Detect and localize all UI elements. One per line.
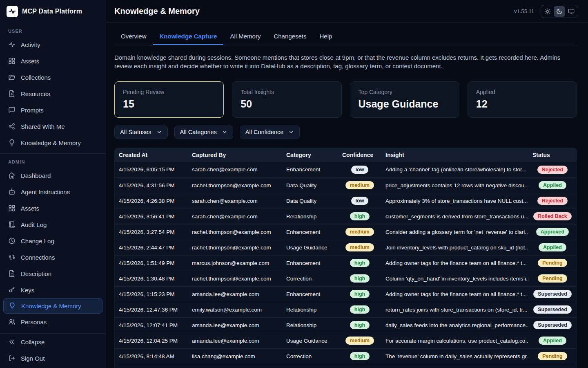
stat-card-total-insights[interactable]: Total Insights 50 [232,81,341,118]
cell-category: Usage Guidance [282,245,338,251]
sidebar-item-connections[interactable]: Connections [0,249,106,265]
cell-captured-by: amanda.lee@example.com [188,338,282,344]
cell-category: Relationship [282,322,338,328]
tab-all-memory[interactable]: All Memory [223,29,267,45]
stat-card-top-category[interactable]: Top Category Usage Guidance [350,81,459,118]
cell-insight: For accurate margin calculations, use pr… [381,338,528,344]
stat-label: Top Category [359,89,451,95]
column-header-category: Category [282,152,338,158]
table-row[interactable]: 4/15/2026, 12:07:41 PM amanda.lee@exampl… [115,317,577,333]
sidebar-item-knowledge-memory[interactable]: Knowledge & Memory [3,298,102,314]
confidence-badge: high [350,321,370,329]
confidence-badge: low [351,166,369,174]
scroll-icon [8,221,16,228]
filter-all-categories[interactable]: All Categories [174,126,233,139]
sidebar-item-collections[interactable]: Collections [0,69,106,85]
table-row[interactable]: 4/15/2026, 6:05:15 PM sarah.chen@example… [115,162,577,177]
stat-value: 12 [476,98,568,110]
status-badge: Applied [539,181,566,189]
sidebar-item-assets[interactable]: Assets [0,53,106,69]
table-row[interactable]: 4/15/2026, 4:31:56 PM rachel.thompson@ex… [115,177,577,193]
tab-changesets[interactable]: Changesets [267,29,313,45]
cell-captured-by: amanda.lee@example.com [188,322,282,328]
cell-insight: return_rates joins with store_transactio… [381,307,528,313]
sidebar-item-sign-out[interactable]: Sign Out [0,350,106,366]
sidebar-item-collapse[interactable]: Collapse [0,334,106,350]
confidence-badge: high [350,352,370,360]
cell-captured-by: rachel.thompson@example.com [188,229,282,235]
filter-all-confidence[interactable]: All Confidence [240,126,300,139]
column-header-created-at: Created At [115,152,188,158]
theme-dark-button[interactable] [554,6,565,17]
cell-insight: Adding a 'channel' tag (online/in-store/… [381,166,528,173]
cell-created-at: 4/15/2026, 12:04:25 PM [115,338,188,344]
confidence-badge: high [350,274,370,283]
tab-knowledge-capture[interactable]: Knowledge Capture [153,29,224,45]
cell-captured-by: sarah.chen@example.com [188,198,282,204]
table-row[interactable]: 4/15/2026, 3:56:41 PM sarah.chen@example… [115,209,577,224]
brand-name: MCP Data Platform [22,8,82,15]
sidebar-item-assets[interactable]: Assets [0,200,106,216]
filter-all-statuses[interactable]: All Statuses [114,126,168,139]
cell-category: Enhancement [282,260,338,266]
key-icon [8,286,16,294]
confidence-badge: medium [345,228,374,236]
cell-captured-by: sarah.chen@example.com [188,213,282,220]
sidebar-item-change-log[interactable]: Change Log [0,233,106,249]
sidebar-item-label: Audit Log [21,221,47,228]
cell-category: Enhancement [282,166,338,173]
stat-card-applied[interactable]: Applied 12 [468,81,577,118]
cell-created-at: 4/15/2026, 4:31:56 PM [115,182,188,188]
sidebar-item-agent-instructions[interactable]: Agent Instructions [0,184,106,200]
table-row[interactable]: 4/15/2026, 12:04:25 PM amanda.lee@exampl… [115,333,577,348]
sidebar-item-label: Collapse [21,339,45,346]
sidebar-item-shared-with-me[interactable]: Shared With Me [0,118,106,135]
table-row[interactable]: 4/15/2026, 2:44:47 PM rachel.thompson@ex… [115,240,577,255]
sidebar-item-keys[interactable]: Keys [0,282,106,298]
status-badge: Superseded [533,290,572,298]
tab-overview[interactable]: Overview [114,29,153,45]
confidence-badge: medium [345,181,374,189]
sidebar-item-description[interactable]: Description [0,265,106,282]
column-header-confidence: Confidence [338,152,381,158]
table-row[interactable]: 4/15/2026, 1:30:48 PM rachel.thompson@ex… [115,271,577,286]
sidebar-item-label: Activity [21,41,40,48]
theme-light-button[interactable] [542,6,553,17]
table-row[interactable]: 4/15/2026, 4:26:38 PM sarah.chen@example… [115,193,577,209]
sidebar-item-knowledge-memory[interactable]: Knowledge & Memory [0,135,106,151]
table-row[interactable]: 4/15/2026, 3:27:54 PM rachel.thompson@ex… [115,224,577,240]
cell-insight: Approximately 3% of store_transactions h… [381,198,528,204]
bot-icon [8,188,16,195]
table-row[interactable]: 4/15/2026, 1:51:49 PM marcus.johnson@exa… [115,255,577,271]
cell-created-at: 4/15/2026, 1:15:23 PM [115,291,188,297]
table-row[interactable] [115,364,577,368]
table-row[interactable]: 4/15/2026, 12:47:36 PM emily.watson@exam… [115,302,577,317]
activity-icon [8,41,16,48]
monitor-icon [568,8,575,15]
clock-icon [8,237,16,245]
sidebar-item-label: Personas [21,319,47,325]
users-icon [8,318,16,325]
filter-bar: All Statuses All Categories All Confiden… [114,126,577,139]
sidebar-item-prompts[interactable]: Prompts [0,102,106,118]
sidebar-item-audit-log[interactable]: Audit Log [0,216,106,233]
cell-created-at: 4/15/2026, 1:30:48 PM [115,276,188,282]
sidebar-item-label: Prompts [21,107,44,114]
sidebar-item-dashboard[interactable]: Dashboard [0,167,106,184]
sidebar-item-personas[interactable]: Personas [0,314,106,330]
cell-created-at: 4/15/2026, 8:14:48 AM [115,353,188,359]
table-row[interactable]: 4/15/2026, 8:14:48 AM lisa.chang@example… [115,348,577,364]
confidence-badge: high [350,290,370,298]
sun-icon [544,8,551,15]
sidebar-item-activity[interactable]: Activity [0,36,106,53]
column-header-status: Status [528,152,577,158]
table-row[interactable]: 4/15/2026, 1:15:23 PM amanda.lee@example… [115,286,577,302]
cell-insight: price_adjustments contains 12 rows with … [381,182,528,188]
sidebar-item-resources[interactable]: Resources [0,85,106,102]
stat-card-pending-review[interactable]: Pending Review 15 [114,81,224,118]
tab-help[interactable]: Help [313,29,339,45]
cell-insight: Adding owner tags for the finance team o… [381,291,528,297]
theme-system-button[interactable] [566,6,577,17]
sidebar-item-label: Change Log [21,238,54,245]
cell-captured-by: rachel.thompson@example.com [188,276,282,282]
